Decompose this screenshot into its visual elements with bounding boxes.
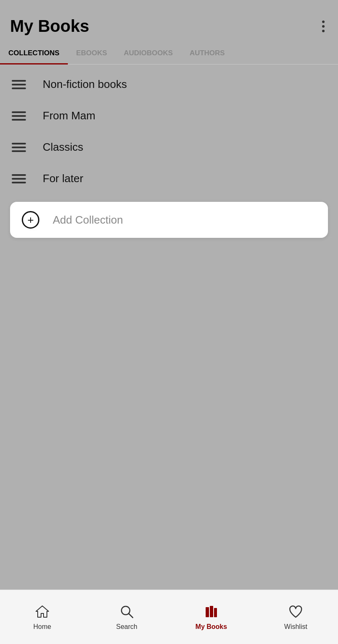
home-icon <box>34 604 50 620</box>
nav-search-label: Search <box>116 623 137 631</box>
collections-list: Non-fiction books From Mam Classics For … <box>0 64 338 198</box>
drag-handle-icon <box>12 111 26 121</box>
nav-search[interactable]: Search <box>85 604 169 631</box>
header: My Books <box>0 0 338 42</box>
tab-authors[interactable]: AUTHORS <box>181 42 233 64</box>
search-icon <box>119 604 135 620</box>
nav-mybooks-label: My Books <box>196 623 227 631</box>
svg-rect-2 <box>206 607 209 617</box>
page-title: My Books <box>10 17 89 36</box>
collection-name: Non-fiction books <box>43 78 127 91</box>
nav-home[interactable]: Home <box>0 604 85 631</box>
list-item[interactable]: For later <box>0 163 338 194</box>
tab-audiobooks[interactable]: AUDIOBOOKS <box>116 42 181 64</box>
svg-line-1 <box>129 613 133 618</box>
svg-rect-3 <box>210 606 213 617</box>
nav-mybooks[interactable]: My Books <box>169 604 254 631</box>
tab-ebooks[interactable]: EBOOKS <box>68 42 116 64</box>
more-options-button[interactable] <box>319 17 328 36</box>
list-item[interactable]: Classics <box>0 131 338 163</box>
mybooks-icon <box>203 604 219 620</box>
nav-wishlist-label: Wishlist <box>284 623 307 631</box>
add-collection-label: Add Collection <box>53 214 123 227</box>
tab-collections[interactable]: COLLECTIONS <box>0 42 68 64</box>
list-item[interactable]: Non-fiction books <box>0 69 338 100</box>
svg-rect-4 <box>214 608 217 617</box>
nav-wishlist[interactable]: Wishlist <box>253 604 338 631</box>
tab-bar: COLLECTIONS EBOOKS AUDIOBOOKS AUTHORS <box>0 42 338 64</box>
collection-name: From Mam <box>43 109 95 122</box>
add-collection-button[interactable]: Add Collection <box>10 202 328 238</box>
add-circle-icon <box>22 211 39 229</box>
collection-name: Classics <box>43 141 83 154</box>
nav-home-label: Home <box>34 623 52 631</box>
drag-handle-icon <box>12 174 26 183</box>
list-item[interactable]: From Mam <box>0 100 338 131</box>
drag-handle-icon <box>12 80 26 89</box>
collection-name: For later <box>43 172 83 185</box>
wishlist-icon <box>288 604 304 620</box>
bottom-nav: Home Search My Books Wishlist <box>0 590 338 644</box>
drag-handle-icon <box>12 143 26 152</box>
